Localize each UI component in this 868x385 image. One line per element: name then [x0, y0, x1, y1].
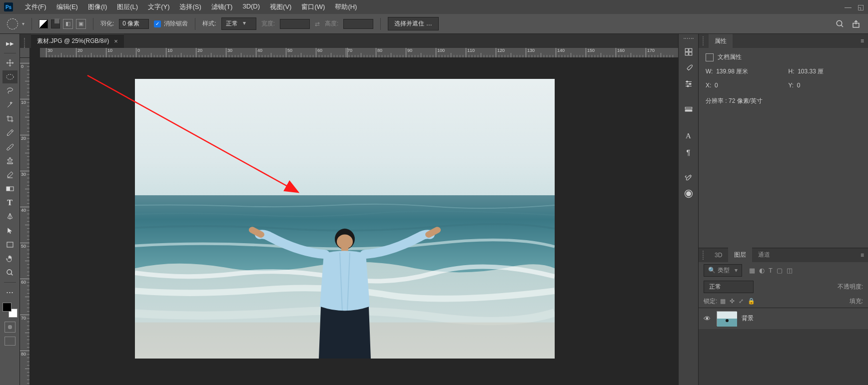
- marquee-tool[interactable]: [2, 70, 17, 83]
- layer-item[interactable]: 👁 背景: [699, 308, 868, 329]
- libraries-panel-icon[interactable]: [682, 187, 696, 201]
- tabbar-grip[interactable]: [24, 38, 28, 48]
- menu-item[interactable]: 视图(V): [265, 2, 296, 11]
- antialias-label: 消除锯齿: [164, 19, 188, 28]
- antialias-checkbox[interactable]: ✓: [154, 20, 161, 27]
- close-tab-icon[interactable]: ×: [114, 37, 118, 45]
- styles-panel-icon[interactable]: [682, 103, 696, 117]
- tools-panel-icon[interactable]: [682, 171, 696, 185]
- filter-adjust-icon[interactable]: ◐: [759, 267, 765, 274]
- svg-line-1: [841, 25, 843, 27]
- paragraph-panel-icon[interactable]: ¶: [682, 145, 696, 159]
- eraser-tool[interactable]: [2, 168, 17, 181]
- filter-type-icon[interactable]: T: [769, 267, 773, 274]
- zoom-tool[interactable]: [2, 266, 17, 279]
- color-swatches[interactable]: [2, 303, 17, 318]
- current-tool-icon[interactable]: [7, 18, 18, 29]
- tab-3d[interactable]: 3D: [709, 249, 728, 262]
- menu-item[interactable]: 文字(Y): [143, 2, 174, 11]
- lock-artboard-icon[interactable]: ⤢: [739, 298, 744, 305]
- svg-point-13: [337, 235, 353, 249]
- dock-grip[interactable]: [684, 38, 694, 41]
- path-select-tool[interactable]: [2, 224, 17, 237]
- selection-subtract-icon[interactable]: ◧: [63, 19, 73, 29]
- ruler-vertical[interactable]: 01020304050607080: [20, 58, 30, 385]
- blend-mode-select[interactable]: 正常: [704, 281, 754, 293]
- magic-wand-tool[interactable]: [2, 98, 17, 111]
- crop-tool[interactable]: [2, 112, 17, 125]
- ruler-origin[interactable]: [20, 48, 30, 58]
- character-panel-icon[interactable]: A: [682, 129, 696, 143]
- panel-grip[interactable]: [703, 251, 707, 260]
- select-and-mask-button[interactable]: 选择并遮住 …: [388, 17, 438, 30]
- canvas[interactable]: [30, 58, 678, 385]
- menu-item[interactable]: 3D(D): [237, 2, 265, 11]
- minimize-icon[interactable]: —: [845, 3, 852, 11]
- height-input: [343, 19, 373, 29]
- menu-item[interactable]: 选择(S): [174, 2, 206, 11]
- menu-item[interactable]: 滤镜(T): [206, 2, 238, 11]
- tab-channels[interactable]: 通道: [752, 248, 776, 262]
- selection-add-icon[interactable]: [51, 19, 60, 28]
- prop-resolution: 分辨率 : 72 像素/英寸: [706, 97, 861, 105]
- search-icon[interactable]: [835, 19, 845, 29]
- filter-pixel-icon[interactable]: ▦: [749, 267, 755, 274]
- svg-rect-27: [685, 110, 692, 111]
- type-tool[interactable]: T: [2, 196, 17, 209]
- filter-smart-icon[interactable]: ◫: [787, 267, 793, 274]
- tab-properties[interactable]: 属性: [709, 34, 733, 48]
- expand-tools-icon[interactable]: ▸▸: [2, 37, 17, 50]
- menu-item[interactable]: 图像(I): [83, 2, 112, 11]
- properties-tabs: 属性 ≡: [699, 34, 868, 48]
- selection-intersect-icon[interactable]: ▣: [76, 19, 86, 29]
- restore-icon[interactable]: ◱: [858, 3, 864, 11]
- pen-tool[interactable]: [2, 210, 17, 223]
- filter-shape-icon[interactable]: ▢: [777, 267, 783, 274]
- menu-item[interactable]: 窗口(W): [296, 2, 330, 11]
- menu-item[interactable]: 图层(L): [112, 2, 143, 11]
- adjustments-panel-icon[interactable]: [682, 77, 696, 91]
- panel-menu-icon[interactable]: ≡: [857, 252, 868, 259]
- move-tool[interactable]: [2, 56, 17, 69]
- eyedropper-tool[interactable]: [2, 126, 17, 139]
- brush-tool[interactable]: [2, 140, 17, 153]
- document-tab[interactable]: 素材.JPG @ 25%(RGB/8#) ×: [31, 34, 124, 48]
- prop-x: X: 0: [706, 82, 779, 89]
- lock-label: 锁定:: [704, 297, 717, 306]
- hand-tool[interactable]: [2, 252, 17, 265]
- screenmode-icon[interactable]: [4, 337, 15, 346]
- feather-input[interactable]: [119, 19, 149, 29]
- quickmask-icon[interactable]: [4, 322, 15, 333]
- selection-new-icon[interactable]: [39, 19, 48, 28]
- lock-position-icon[interactable]: ✜: [730, 298, 735, 305]
- history-panel-icon[interactable]: [682, 45, 696, 59]
- document-tab-title: 素材.JPG @ 25%(RGB/8#): [37, 37, 109, 45]
- foreground-color[interactable]: [2, 303, 11, 312]
- visibility-icon[interactable]: 👁: [704, 315, 712, 323]
- shape-tool[interactable]: [2, 238, 17, 251]
- menu-item[interactable]: 帮助(H): [330, 2, 362, 11]
- style-select[interactable]: 正常 ▾: [221, 17, 256, 30]
- tool-preset-dropdown[interactable]: ▾: [22, 21, 24, 26]
- svg-rect-9: [135, 79, 555, 196]
- layer-filter-select[interactable]: 🔍类型▾: [704, 264, 742, 277]
- menubar: Ps 文件(F)编辑(E)图像(I)图层(L)文字(Y)选择(S)滤镜(T)3D…: [0, 0, 868, 14]
- edit-toolbar-icon[interactable]: ⋯: [2, 286, 17, 299]
- svg-point-7: [7, 270, 11, 274]
- lock-pixels-icon[interactable]: ▦: [720, 298, 726, 305]
- lasso-tool[interactable]: [2, 84, 17, 97]
- panel-menu-icon[interactable]: ≡: [857, 37, 868, 44]
- brushes-panel-icon[interactable]: [682, 61, 696, 75]
- fill-label: 填充:: [850, 297, 863, 306]
- share-icon[interactable]: [851, 19, 861, 29]
- tab-layers[interactable]: 图层: [728, 248, 752, 262]
- menu-item[interactable]: 编辑(E): [51, 2, 83, 11]
- lock-all-icon[interactable]: 🔒: [748, 298, 755, 305]
- panel-grip[interactable]: [703, 36, 707, 45]
- layer-thumbnail[interactable]: [717, 311, 737, 326]
- menu-item[interactable]: 文件(F): [20, 2, 51, 11]
- clone-stamp-tool[interactable]: [2, 154, 17, 167]
- ruler-horizontal[interactable]: 3020100102030405060708090100110120130140…: [40, 48, 678, 58]
- svg-rect-30: [717, 312, 737, 319]
- gradient-tool[interactable]: [2, 182, 17, 195]
